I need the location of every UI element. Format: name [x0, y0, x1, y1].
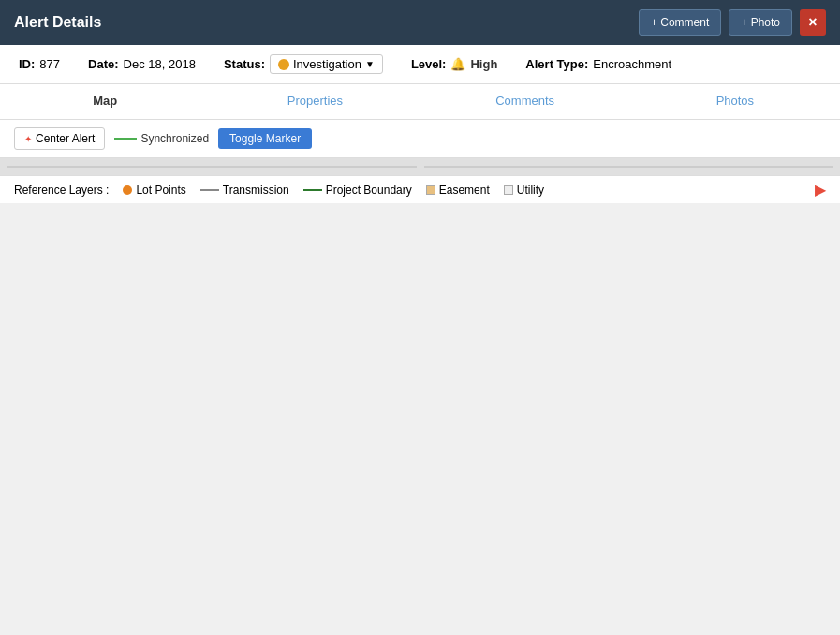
level-value: High — [470, 57, 497, 71]
tab-properties[interactable]: Properties — [210, 84, 420, 119]
transmission-line-icon — [200, 189, 219, 191]
ref-lot-points: Lot Points — [123, 184, 185, 197]
utility-label: Utility — [517, 184, 544, 197]
page-title: Alert Details — [14, 14, 101, 31]
date-value: Dec 18, 2018 — [124, 57, 196, 71]
alert-type-label: Alert Type: — [525, 57, 588, 71]
ref-easement: Easement — [426, 184, 490, 197]
alert-type-value: Encroachment — [593, 57, 671, 71]
project-boundary-label: Project Boundary — [326, 184, 412, 197]
diamond-icon: ✦ — [24, 134, 32, 144]
photo-button[interactable]: + Photo — [729, 9, 792, 36]
comment-button[interactable]: + Comment — [639, 9, 721, 36]
level-label: Level: — [411, 57, 447, 71]
tab-comments[interactable]: Comments — [420, 84, 630, 119]
alert-level: Level: 🔔 High — [411, 57, 497, 71]
id-label: ID: — [19, 57, 35, 71]
maps-container: Nov 3, 2018 ▼ — [0, 158, 840, 175]
easement-label: Easement — [439, 184, 490, 197]
map-left[interactable]: Nov 3, 2018 ▼ — [7, 166, 417, 168]
map-right-attribution: Leaflet | Satelytics Image Timestamp (UT… — [425, 166, 833, 167]
status-dropdown[interactable]: Investigation ▼ — [270, 54, 383, 74]
sync-label: Synchronized — [140, 132, 209, 145]
lot-points-label: Lot Points — [136, 184, 185, 197]
status-label: Status: — [224, 57, 265, 71]
map-right[interactable]: Dec 18, 2018 ▼ — [424, 166, 833, 168]
id-value: 877 — [39, 57, 60, 71]
transmission-label: Transmission — [223, 184, 289, 197]
toggle-marker-button[interactable]: Toggle Marker — [218, 128, 312, 149]
tab-bar: Map Properties Comments Photos — [0, 84, 840, 120]
status-dot-icon — [278, 59, 289, 70]
tab-map[interactable]: Map — [0, 84, 210, 119]
status-chevron-icon: ▼ — [365, 59, 375, 69]
header: Alert Details + Comment + Photo × — [0, 0, 840, 45]
bell-icon: 🔔 — [450, 57, 465, 71]
close-button[interactable]: × — [800, 9, 826, 36]
alert-status: Status: Investigation ▼ — [224, 54, 383, 74]
date-label: Date: — [88, 57, 119, 71]
map-left-attribution: Leaflet | Satelytics Image Timestamp (UT… — [8, 166, 416, 167]
info-bar: ID: 877 Date: Dec 18, 2018 Status: Inves… — [0, 45, 840, 84]
ref-layers-arrow[interactable]: ▶ — [815, 181, 826, 199]
ref-utility: Utility — [504, 184, 544, 197]
ref-project-boundary: Project Boundary — [303, 184, 412, 197]
alert-type: Alert Type: Encroachment — [525, 57, 671, 71]
status-value: Investigation — [293, 57, 361, 71]
center-alert-button[interactable]: ✦ Center Alert — [14, 127, 105, 150]
alert-id: ID: 877 — [19, 57, 60, 71]
alert-date: Date: Dec 18, 2018 — [88, 57, 196, 71]
sync-line-icon — [114, 138, 137, 140]
sync-indicator: Synchronized — [114, 132, 209, 145]
reference-layers-bar: Reference Layers : Lot Points Transmissi… — [0, 175, 840, 203]
ref-layers-label: Reference Layers : — [14, 184, 109, 197]
map-right-date-bar: Dec 18, 2018 ▼ — [425, 167, 833, 168]
lot-points-icon — [123, 185, 132, 195]
utility-icon — [504, 185, 513, 195]
project-boundary-icon — [303, 189, 322, 191]
map-toolbar: ✦ Center Alert Synchronized Toggle Marke… — [0, 120, 840, 158]
ref-transmission: Transmission — [200, 184, 289, 197]
map-left-date-bar: Nov 3, 2018 ▼ — [8, 167, 416, 168]
header-actions: + Comment + Photo × — [639, 9, 826, 36]
easement-icon — [426, 185, 435, 195]
tab-photos[interactable]: Photos — [630, 84, 840, 119]
center-alert-label: Center Alert — [36, 132, 95, 145]
